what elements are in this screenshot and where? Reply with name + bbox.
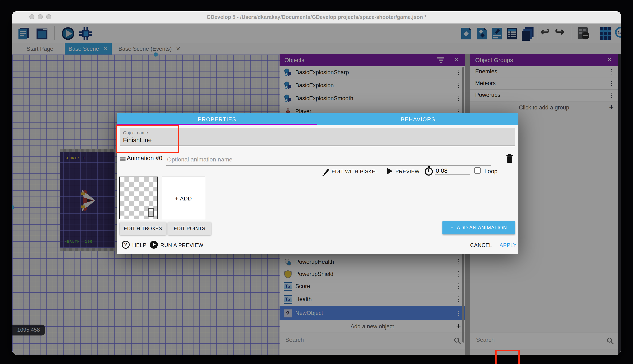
timer-icon [424,166,434,176]
animation-name-input[interactable] [166,154,491,166]
titlebar: GDevelop 5 - /Users/dkarakay/Documents/G… [12,11,621,24]
annotation-box-apply [495,350,520,364]
animation-frame-thumbnail[interactable] [119,176,158,219]
add-frame-button[interactable]: + ADD [162,176,205,219]
delete-animation-icon[interactable] [505,153,514,164]
preview-button[interactable]: PREVIEW [395,168,420,174]
plus-icon: + [175,196,178,202]
help-icon: ? [122,241,130,249]
help-button[interactable]: HELP [132,242,147,248]
edit-hitboxes-button[interactable]: EDIT HITBOXES [120,222,166,235]
tab-behaviors[interactable]: BEHAVIORS [318,113,518,126]
edit-with-piskel-button[interactable]: EDIT WITH PISKEL [332,168,378,174]
run-preview-button[interactable]: RUN A PREVIEW [160,242,203,248]
frame-time-input[interactable] [435,167,470,175]
preview-play-icon [386,167,393,175]
brush-icon [322,167,330,176]
edit-points-button[interactable]: EDIT POINTS [168,222,211,235]
run-preview-icon [150,241,158,249]
plus-icon: + [451,225,454,231]
animation-label: Animation #0 [127,155,162,162]
drag-handle-icon[interactable] [120,157,126,158]
screenshot-root: GDevelop 5 - /Users/dkarakay/Documents/G… [0,0,633,364]
cancel-button[interactable]: CANCEL [470,242,492,248]
add-frame-label: ADD [180,196,192,202]
drag-handle-icon[interactable] [120,159,126,160]
finishline-sprite-preview [148,208,154,217]
dialog-tabs-header: PROPERTIES BEHAVIORS [117,113,518,126]
loop-checkbox[interactable] [474,167,481,174]
apply-button[interactable]: APPLY [499,242,517,248]
window-title: GDevelop 5 - /Users/dkarakay/Documents/G… [12,14,621,20]
loop-label: Loop [484,168,497,174]
add-animation-button[interactable]: + ADD AN ANIMATION [442,221,515,234]
add-animation-label: ADD AN ANIMATION [457,225,507,231]
object-name-field[interactable]: Object name FinishLine [120,128,515,146]
annotation-box-object-name [116,124,179,153]
